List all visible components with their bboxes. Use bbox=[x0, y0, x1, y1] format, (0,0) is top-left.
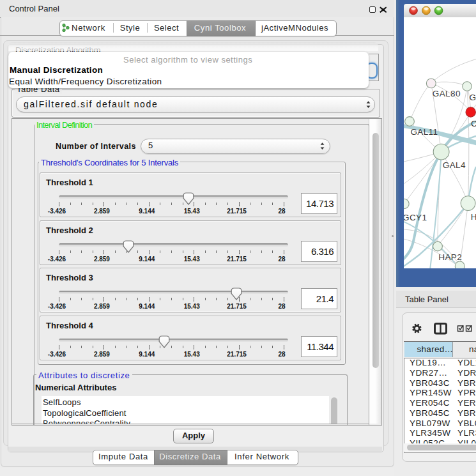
svg-text:GCY1: GCY1 bbox=[404, 213, 427, 222]
svg-text:H: H bbox=[471, 212, 476, 222]
svg-text:GAL11: GAL11 bbox=[410, 127, 438, 137]
svg-text:GAL80: GAL80 bbox=[433, 89, 461, 98]
svg-text:GAL4: GAL4 bbox=[443, 160, 466, 170]
svg-text:GA: GA bbox=[470, 93, 476, 102]
svg-text:HAP2: HAP2 bbox=[438, 252, 462, 262]
svg-text:C: C bbox=[471, 119, 476, 128]
